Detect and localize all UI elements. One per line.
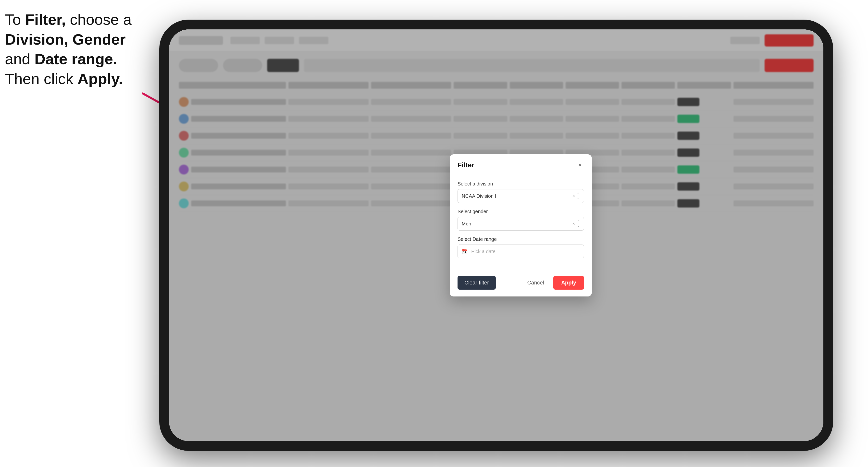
division-select-controls: × ⌃⌄: [572, 192, 580, 200]
gender-chevron-icon: ⌃⌄: [577, 220, 580, 228]
calendar-icon: 📅: [462, 248, 468, 254]
modal-footer: Clear filter Cancel Apply: [450, 271, 592, 297]
modal-title: Filter: [458, 161, 474, 169]
modal-overlay: Filter × Select a division NCAA Division…: [169, 29, 824, 441]
filter-modal: Filter × Select a division NCAA Division…: [450, 154, 592, 297]
instruction-date-bold: Date range.: [35, 51, 117, 67]
date-form-group: Select Date range 📅 Pick a date: [458, 237, 584, 258]
cancel-button[interactable]: Cancel: [520, 276, 551, 290]
date-input[interactable]: 📅 Pick a date: [458, 245, 584, 258]
instruction-filter-bold: Filter,: [25, 11, 66, 28]
instruction-line1: To Filter, choose a: [5, 11, 132, 28]
gender-select[interactable]: Men × ⌃⌄: [458, 217, 584, 230]
instruction-then: Then click Apply.: [5, 70, 123, 87]
gender-select-controls: × ⌃⌄: [572, 220, 580, 228]
instruction-block: To Filter, choose a Division, Gender and…: [5, 10, 142, 89]
gender-clear-icon[interactable]: ×: [572, 221, 575, 226]
instruction-and: and Date range.: [5, 51, 117, 67]
instruction-apply-bold: Apply.: [78, 70, 123, 87]
apply-button[interactable]: Apply: [553, 276, 584, 290]
modal-footer-right: Cancel Apply: [520, 276, 584, 290]
instruction-division-gender-bold: Division, Gender: [5, 31, 126, 48]
date-label: Select Date range: [458, 237, 584, 242]
clear-filter-button[interactable]: Clear filter: [458, 276, 496, 290]
gender-form-group: Select gender Men × ⌃⌄: [458, 209, 584, 230]
date-placeholder: Pick a date: [471, 249, 496, 254]
division-select[interactable]: NCAA Division I × ⌃⌄: [458, 189, 584, 203]
tablet-screen: Filter × Select a division NCAA Division…: [169, 29, 824, 441]
division-label: Select a division: [458, 181, 584, 187]
division-chevron-icon: ⌃⌄: [577, 192, 580, 200]
modal-close-button[interactable]: ×: [576, 161, 584, 169]
division-selected-value: NCAA Division I: [462, 193, 496, 199]
tablet-device: Filter × Select a division NCAA Division…: [159, 20, 833, 451]
modal-body: Select a division NCAA Division I × ⌃⌄ S…: [450, 174, 592, 271]
division-clear-icon[interactable]: ×: [572, 193, 575, 199]
gender-selected-value: Men: [462, 221, 471, 227]
gender-label: Select gender: [458, 209, 584, 214]
division-form-group: Select a division NCAA Division I × ⌃⌄: [458, 181, 584, 203]
modal-header: Filter ×: [450, 154, 592, 174]
